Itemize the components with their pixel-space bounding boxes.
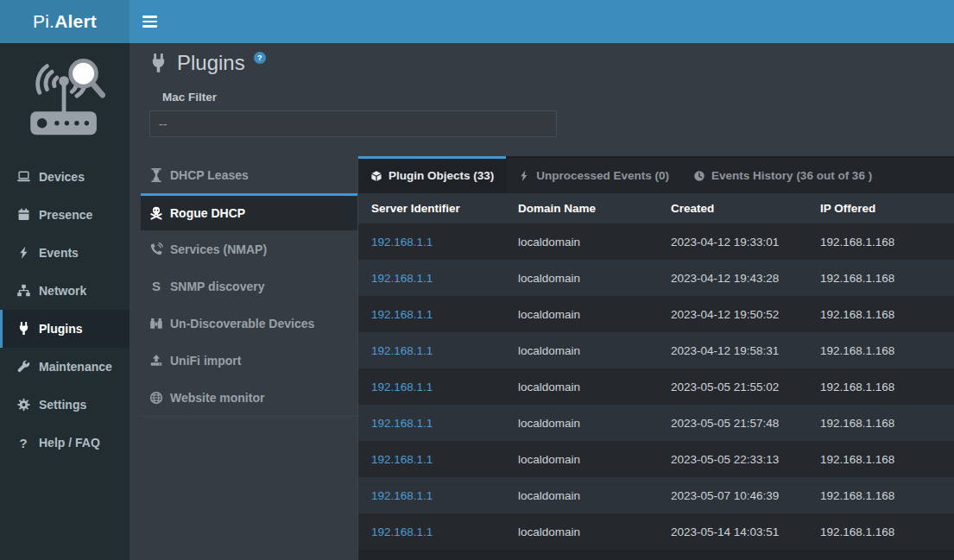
table-row: 192.168.1.1 localdomain 2023-04-12 19:43… [358, 260, 954, 296]
server-identifier-link[interactable]: 192.168.1.1 [358, 236, 505, 249]
created-cell: 2023-05-14 14:03:51 [658, 525, 807, 538]
plug-icon [16, 322, 31, 337]
domain-name-cell: localdomain [505, 272, 658, 285]
sidebar-item-label: Devices [39, 170, 85, 184]
globe-icon [149, 391, 163, 405]
domain-name-cell: localdomain [505, 344, 658, 357]
table-row: 192.168.1.1 localdomain 2023-05-05 21:57… [358, 405, 954, 441]
table-row: 192.168.1.1 localdomain 2023-04-12 19:50… [358, 296, 954, 332]
server-identifier-link[interactable]: 192.168.1.1 [358, 525, 505, 538]
help-badge[interactable]: ? [254, 52, 266, 64]
tab-bar: Plugin Objects (33) Unprocessed Events (… [358, 156, 954, 193]
column-header-domain-name[interactable]: Domain Name [505, 202, 658, 215]
gear-icon [16, 398, 31, 412]
table-filler [358, 550, 954, 560]
laptop-icon [16, 170, 31, 185]
table-row: 192.168.1.1 localdomain 2023-05-05 22:33… [358, 441, 954, 477]
ip-offered-cell: 192.168.1.168 [807, 381, 954, 393]
clock-icon [693, 170, 705, 182]
plugin-item-rogue-dhcp[interactable]: Rogue DHCP [141, 193, 357, 230]
sidebar-item-events[interactable]: Events [0, 234, 130, 272]
upload-icon [149, 354, 163, 368]
created-cell: 2023-04-12 19:50:52 [658, 308, 807, 321]
sidebar-item-presence[interactable]: Presence [0, 196, 130, 234]
page-title-row: Plugins ? [148, 50, 954, 79]
table-row: 192.168.1.1 localdomain 2023-05-05 21:55… [358, 368, 954, 405]
phone-volume-icon [149, 242, 163, 256]
tab-unprocessed-events[interactable]: Unprocessed Events (0) [506, 158, 681, 193]
sidebar: Devices Presence Events Network Plugins [0, 43, 130, 560]
ip-offered-cell: 192.168.1.168 [807, 453, 954, 466]
plugin-item-label: Un-Discoverable Devices [170, 317, 314, 330]
plugin-item-undiscoverable-devices[interactable]: Un-Discoverable Devices [141, 305, 357, 342]
server-identifier-link[interactable]: 192.168.1.1 [358, 381, 505, 393]
hamburger-icon[interactable] [130, 0, 169, 43]
tab-area: Plugin Objects (33) Unprocessed Events (… [358, 156, 954, 560]
sidebar-item-label: Help / FAQ [39, 436, 100, 450]
plugin-nav: DHCP Leases Rogue DHCP Services (NMAP) S… [141, 156, 357, 417]
tab-plugin-objects[interactable]: Plugin Objects (33) [358, 158, 506, 193]
main-content: Plugins ? Mac Filter DHCP Leases Rogue D… [130, 43, 954, 560]
top-header: Pi.Alert [0, 0, 954, 43]
server-identifier-link[interactable]: 192.168.1.1 [358, 417, 505, 430]
column-header-ip-offered[interactable]: IP Offered [807, 202, 954, 215]
sidebar-item-plugins[interactable]: Plugins [0, 310, 130, 348]
router-search-logo [0, 43, 130, 149]
sidebar-item-settings[interactable]: Settings [0, 386, 130, 424]
plugin-item-snmp-discovery[interactable]: S SNMP discovery [141, 267, 357, 305]
table-row: 192.168.1.1 localdomain 2023-04-12 19:58… [358, 332, 954, 368]
sidebar-item-maintenance[interactable]: Maintenance [0, 348, 130, 386]
plugin-item-label: SNMP discovery [170, 280, 264, 293]
bolt-icon [518, 170, 530, 182]
domain-name-cell: localdomain [505, 525, 658, 538]
cube-icon [370, 170, 382, 182]
sidebar-item-devices[interactable]: Devices [0, 158, 130, 196]
sidebar-item-label: Plugins [39, 322, 83, 336]
sidebar-item-label: Settings [39, 398, 86, 412]
brand-logo[interactable]: Pi.Alert [0, 0, 130, 43]
server-identifier-link[interactable]: 192.168.1.1 [358, 272, 505, 285]
plugin-item-services-nmap[interactable]: Services (NMAP) [141, 230, 357, 267]
column-header-server-identifier[interactable]: Server Identifier [358, 202, 505, 215]
server-identifier-link[interactable]: 192.168.1.1 [358, 308, 505, 321]
plugin-panel: DHCP Leases Rogue DHCP Services (NMAP) S… [141, 156, 358, 560]
domain-name-cell: localdomain [505, 308, 658, 321]
server-identifier-link[interactable]: 192.168.1.1 [358, 344, 505, 357]
server-identifier-link[interactable]: 192.168.1.1 [358, 489, 505, 502]
plug-icon [148, 53, 168, 73]
sidebar-item-help-faq[interactable]: ?Help / FAQ [0, 424, 130, 462]
created-cell: 2023-04-12 19:43:28 [658, 272, 807, 285]
server-identifier-link[interactable]: 192.168.1.1 [358, 453, 505, 466]
table-row: 192.168.1.1 localdomain 2023-04-12 19:33… [358, 223, 954, 260]
plugin-item-label: Rogue DHCP [170, 206, 245, 220]
plugin-item-label: Services (NMAP) [170, 242, 267, 256]
mac-filter-label: Mac Filter [162, 91, 954, 104]
tab-label: Events History (36 out of 36 ) [711, 169, 872, 182]
plugin-item-dhcp-leases[interactable]: DHCP Leases [141, 156, 357, 193]
sidebar-item-network[interactable]: Network [0, 272, 130, 310]
plugin-item-label: UniFi import [170, 354, 241, 368]
page-title: Plugins [177, 50, 245, 76]
tab-events-history[interactable]: Events History (36 out of 36 ) [681, 158, 884, 193]
created-cell: 2023-05-05 21:57:48 [658, 417, 807, 430]
brand-prefix: Pi. [33, 11, 54, 32]
sidebar-item-label: Presence [39, 208, 92, 222]
s-letter-icon: S [149, 279, 163, 293]
sidebar-item-label: Maintenance [39, 360, 112, 374]
ip-offered-cell: 192.168.1.168 [807, 236, 954, 249]
tab-label: Unprocessed Events (0) [536, 169, 669, 182]
ip-offered-cell: 192.168.1.168 [807, 344, 954, 357]
table-header: Server Identifier Domain Name Created IP… [358, 193, 954, 223]
domain-name-cell: localdomain [505, 417, 658, 430]
brand-bold: Alert [54, 11, 97, 32]
domain-name-cell: localdomain [505, 489, 658, 502]
ip-offered-cell: 192.168.1.168 [807, 272, 954, 285]
plugin-item-label: DHCP Leases [170, 168, 249, 182]
mac-filter-input[interactable] [149, 110, 557, 137]
table-row: 192.168.1.1 localdomain 2023-05-14 14:03… [358, 513, 954, 550]
column-header-created[interactable]: Created [658, 202, 807, 215]
created-cell: 2023-05-05 21:55:02 [658, 381, 807, 393]
sidebar-nav: Devices Presence Events Network Plugins [0, 158, 130, 462]
plugin-item-website-monitor[interactable]: Website monitor [141, 379, 357, 416]
plugin-item-unifi-import[interactable]: UniFi import [141, 342, 357, 379]
